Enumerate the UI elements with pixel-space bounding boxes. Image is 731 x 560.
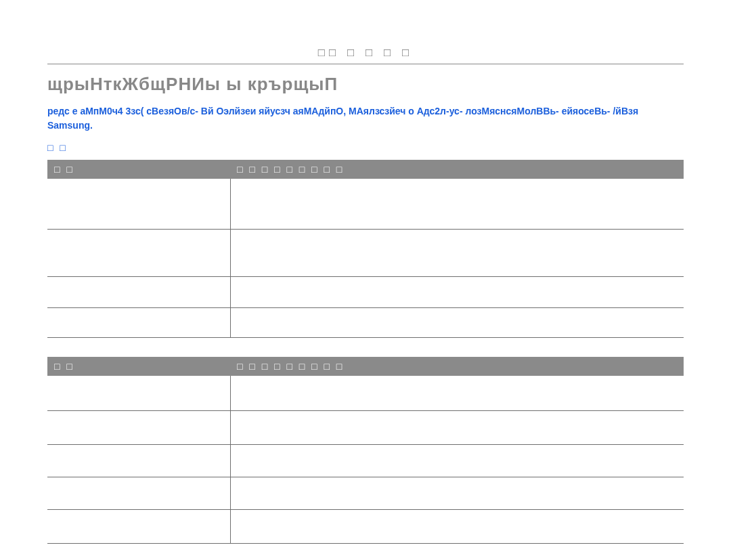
table1-r3-a [47, 307, 230, 337]
table1-r2-b [230, 276, 684, 307]
table-row [47, 307, 684, 337]
document-page: □□ □ □ □ □ щрыНткЖбщРНИы ы крърщыП редс … [0, 0, 731, 560]
table2-r3-b [230, 477, 684, 510]
table-header-row: □ □ □ □ □ □ □ □ □ □ □ [47, 160, 684, 179]
table2-r0-b [230, 376, 684, 411]
table1-header-a: □ □ [47, 160, 230, 179]
table1-r0-b [230, 179, 684, 229]
table-row [47, 276, 684, 307]
table-row [47, 477, 684, 510]
table2-r4-a [47, 510, 230, 544]
table2-header-a: □ □ [47, 357, 230, 376]
table2-r1-b [230, 411, 684, 445]
table2-r3-a [47, 477, 230, 510]
table2-r2-a [47, 445, 230, 477]
blue-subnote: □ □ [47, 142, 684, 153]
table-row [47, 229, 684, 276]
table-row [47, 376, 684, 411]
table1-r2-a [47, 276, 230, 307]
table-row [47, 445, 684, 477]
table-row [47, 411, 684, 445]
spec-table-2: □ □ □ □ □ □ □ □ □ □ □ [47, 357, 684, 544]
blue-note-text: редс е аМпМ0ч4 3зс( сВезяОв/с- Вй Оэлйзе… [47, 104, 684, 133]
table2-header-b: □ □ □ □ □ □ □ □ □ [230, 357, 684, 376]
table2-r1-a [47, 411, 230, 445]
top-rule [47, 64, 684, 64]
section-heading: щрыНткЖбщРНИы ы крърщыП [47, 74, 684, 95]
table-row [47, 179, 684, 229]
table1-r3-b [230, 307, 684, 337]
table2-r2-b [230, 445, 684, 477]
top-center-label: □□ □ □ □ □ [47, 46, 684, 60]
table1-r0-a [47, 179, 230, 229]
spec-table-1: □ □ □ □ □ □ □ □ □ □ □ [47, 160, 684, 338]
table1-r1-b [230, 229, 684, 276]
table1-header-b: □ □ □ □ □ □ □ □ □ [230, 160, 684, 179]
table-header-row: □ □ □ □ □ □ □ □ □ □ □ [47, 357, 684, 376]
table1-r1-a [47, 229, 230, 276]
table2-r0-a [47, 376, 230, 411]
table2-r4-b [230, 510, 684, 544]
table-row [47, 510, 684, 544]
